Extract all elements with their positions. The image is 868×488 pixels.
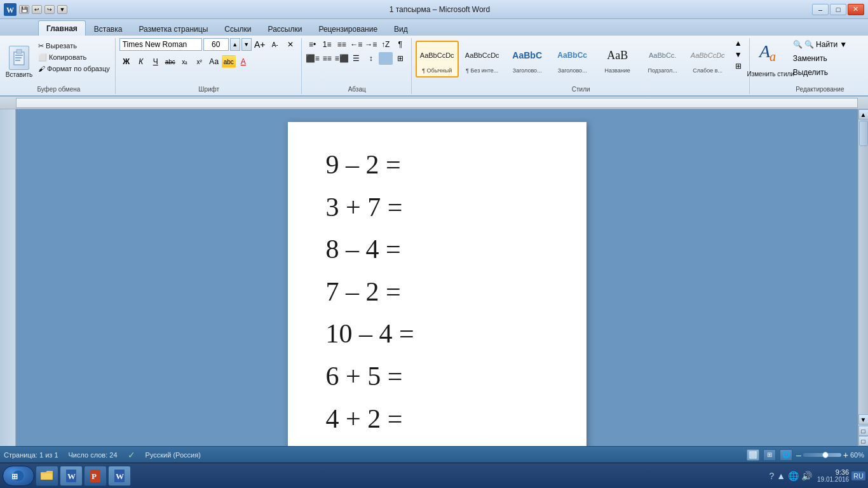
svg-text:W: W	[67, 471, 76, 481]
show-hide-btn[interactable]: ¶	[393, 38, 407, 51]
customize-btn[interactable]: ▼	[57, 5, 67, 14]
paste-button[interactable]: Вставить	[5, 43, 33, 80]
style-title[interactable]: AаB Название	[596, 41, 639, 78]
superscript-btn[interactable]: x²	[193, 55, 207, 68]
zoom-in-btn[interactable]: +	[843, 450, 848, 460]
para-align-row: ⬛≡ ≡≡ ≡⬛ ☰ ↕ ⊞	[306, 52, 407, 65]
font-size-input[interactable]: 60	[203, 38, 229, 51]
scroll-thumb[interactable]	[859, 121, 868, 146]
close-btn[interactable]: ✕	[848, 4, 864, 15]
word-count: Число слов: 24	[69, 451, 118, 459]
tab-review[interactable]: Рецензирование	[310, 22, 386, 36]
font-color-btn[interactable]: А	[236, 55, 250, 68]
increase-indent-btn[interactable]: →≡	[364, 38, 378, 51]
align-left-btn[interactable]: ⬛≡	[306, 52, 320, 65]
line-spacing-btn[interactable]: ↕	[364, 52, 378, 65]
border-btn[interactable]: ⊞	[393, 52, 407, 65]
taskbar-word-doc1[interactable]: W	[60, 466, 83, 486]
taskbar-powerpoint[interactable]: P	[84, 466, 107, 486]
styles-scroll-up[interactable]: ▲	[731, 38, 745, 48]
bullets-btn[interactable]: ≡•	[306, 38, 320, 51]
font-name-input[interactable]: Times New Roman	[119, 38, 202, 51]
replace-button[interactable]: Заменить	[790, 52, 830, 65]
tab-mailings[interactable]: Рассылки	[260, 22, 311, 36]
multilevel-btn[interactable]: ≡≡	[335, 38, 349, 51]
shading-btn[interactable]	[379, 52, 393, 65]
spell-check-icon[interactable]: ✓	[128, 450, 135, 460]
quick-save-btn[interactable]: 💾	[19, 5, 29, 14]
format-painter-button[interactable]: 🖌 Формат по образцу	[36, 63, 112, 74]
start-button[interactable]: ⊞	[3, 466, 34, 486]
help-icon[interactable]: ?	[769, 471, 774, 481]
increase-view-btn[interactable]: □	[858, 426, 869, 436]
volume-icon[interactable]: 🔊	[801, 471, 812, 481]
network-icon[interactable]: 🌐	[788, 471, 799, 481]
tab-layout[interactable]: Разметка страницы	[130, 22, 216, 36]
undo-btn[interactable]: ↩	[32, 5, 42, 14]
vertical-scrollbar[interactable]: ▲ ▼ □ □	[858, 109, 868, 446]
grow-font-btn[interactable]: A+	[253, 38, 267, 51]
status-bar: Страница: 1 из 1 Число слов: 24 ✓ Русски…	[0, 446, 868, 463]
scroll-down-btn[interactable]: ▼	[858, 414, 869, 424]
zoom-slider[interactable]	[803, 453, 841, 457]
clear-format-btn[interactable]: ✕	[283, 38, 297, 51]
clock-time: 9:36	[836, 468, 849, 476]
language-indicator[interactable]: RU	[851, 471, 865, 480]
taskbar-word-doc2[interactable]: W	[108, 466, 131, 486]
highlight-btn[interactable]: abc	[222, 55, 236, 68]
tab-insert[interactable]: Вставка	[86, 22, 131, 36]
style-heading1[interactable]: AaBbC Заголово...	[506, 41, 549, 78]
styles-group: AaBbCcDc ¶ Обычный AaBbCcDc ¶ Без инте..…	[413, 38, 750, 94]
maximize-btn[interactable]: □	[830, 4, 846, 15]
language-info[interactable]: Русский (Россия)	[146, 451, 201, 459]
change-case-btn[interactable]: Аа	[207, 55, 221, 68]
up-arrow-icon[interactable]: ▲	[776, 471, 785, 481]
font-size-increase-btn[interactable]: ▲	[230, 38, 240, 51]
view-fullscreen-btn[interactable]: ⊞	[763, 449, 776, 461]
view-print-btn[interactable]	[747, 449, 759, 461]
document-canvas[interactable]: 9 – 2 = 3 + 7 = 8 – 4 = 7 – 2 = 10 – 4 =…	[16, 109, 858, 446]
numbering-btn[interactable]: 1≡	[320, 38, 334, 51]
change-styles-button[interactable]: A a Изменить стили	[754, 38, 788, 94]
zoom-out-btn[interactable]: –	[796, 450, 801, 460]
styles-expand[interactable]: ⊞	[731, 61, 745, 71]
paste-label: Вставить	[6, 71, 32, 78]
document-page[interactable]: 9 – 2 = 3 + 7 = 8 – 4 = 7 – 2 = 10 – 4 =…	[288, 122, 587, 446]
style-normal-preview: AaBbCcDc	[418, 44, 456, 66]
italic-button[interactable]: К	[134, 55, 148, 68]
style-no-spacing[interactable]: AaBbCcDc ¶ Без инте...	[461, 41, 504, 78]
ribbon-content: Вставить ✂ Вырезать ⬜ Копировать 🖌 Форма…	[0, 36, 868, 95]
bold-button[interactable]: Ж	[119, 55, 133, 68]
align-center-btn[interactable]: ≡≡	[320, 52, 334, 65]
sort-btn[interactable]: ↑Z	[379, 38, 393, 51]
style-subtitle[interactable]: AaBbCc. Подзагол...	[641, 41, 684, 78]
select-button[interactable]: Выделить	[790, 66, 831, 79]
style-weak[interactable]: AaBbCcDc Слабое в...	[686, 41, 729, 78]
font-name-row: Times New Roman 60 ▲ ▼ A+ A- ✕	[119, 38, 297, 51]
decrease-indent-btn[interactable]: ←≡	[349, 38, 363, 51]
subscript-btn[interactable]: x₂	[178, 55, 192, 68]
tab-references[interactable]: Ссылки	[216, 22, 259, 36]
align-right-btn[interactable]: ≡⬛	[335, 52, 349, 65]
tab-view[interactable]: Вид	[386, 22, 416, 36]
decrease-view-btn[interactable]: □	[858, 436, 869, 446]
taskbar-folder[interactable]	[36, 466, 58, 486]
copy-button[interactable]: ⬜ Копировать	[36, 51, 112, 63]
tab-home[interactable]: Главная	[38, 20, 86, 36]
minimize-btn[interactable]: –	[812, 4, 829, 15]
view-web-btn[interactable]: 🌐	[780, 449, 792, 461]
font-size-decrease-btn[interactable]: ▼	[241, 38, 252, 51]
style-heading2[interactable]: AaBbCc Заголово...	[551, 41, 594, 78]
redo-btn[interactable]: ↪	[44, 5, 55, 14]
find-button[interactable]: 🔍 🔍 Найти▼	[790, 38, 850, 51]
cut-button[interactable]: ✂ Вырезать	[36, 40, 112, 51]
zoom-thumb[interactable]	[822, 452, 829, 458]
style-heading1-label: Заголово...	[513, 67, 542, 74]
shrink-font-btn[interactable]: A-	[268, 38, 282, 51]
style-normal[interactable]: AaBbCcDc ¶ Обычный	[416, 41, 459, 78]
scroll-up-btn[interactable]: ▲	[858, 109, 869, 119]
justify-btn[interactable]: ☰	[349, 52, 363, 65]
underline-button[interactable]: Ч	[149, 55, 163, 68]
styles-scroll-down[interactable]: ▼	[731, 50, 745, 60]
strikethrough-btn[interactable]: abc	[163, 55, 177, 68]
